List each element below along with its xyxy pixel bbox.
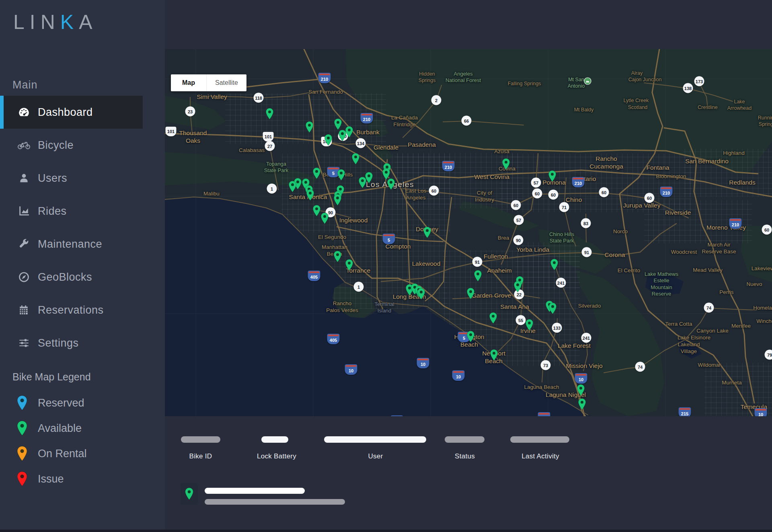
map-pin-icon [16,395,28,411]
sidebar-item-label: Maintenance [38,238,102,251]
map-canvas[interactable]: Map Satellite Simi ValleyThousand OaksSa… [165,49,772,416]
route-shield-71: 71 [559,202,569,212]
route-shield-83: 83 [581,218,591,228]
column-header-lock-battery: Lock Battery [257,452,296,460]
compass-icon [14,272,33,283]
area-chart-icon [14,206,33,216]
sidebar-item-rides[interactable]: Rides [0,195,165,228]
bike-marker-available[interactable] [525,319,534,331]
column-header-bike-id: Bike ID [189,452,212,460]
route-shield-73: 73 [541,360,551,370]
sidebar-item-geoblocks[interactable]: GeoBlocks [0,261,165,294]
route-shield-405: 405 [327,334,340,344]
row-placeholder-bar [205,499,345,505]
legend-item-label: Reserved [38,396,84,409]
route-shield-60: 60 [429,186,439,196]
legend-item-issue: Issue [0,466,165,491]
route-shield-210: 210 [442,161,455,171]
bike-marker-available[interactable] [334,118,342,130]
route-shield-66: 66 [462,116,472,126]
route-shield-74: 74 [704,303,714,313]
sidebar-item-reservations[interactable]: Reservations [0,294,165,327]
legend-item-on-rental: On Rental [0,441,165,466]
route-shield-2: 2 [431,95,441,105]
bike-marker-available[interactable] [417,288,425,300]
bike-marker-available[interactable] [513,281,522,293]
mountain-poi-icon [584,77,591,85]
bike-marker-available[interactable] [489,312,497,324]
column-placeholder-pill [445,436,485,443]
bike-marker-available[interactable] [466,288,475,300]
sidebar-item-label: Reservations [38,304,104,316]
map-view-button[interactable]: Map [171,74,206,91]
bike-marker-available[interactable] [578,398,586,410]
bike-marker-available[interactable] [490,349,498,361]
sidebar-item-users[interactable]: Users [0,162,165,195]
route-shield-1: 1 [267,184,277,194]
bike-marker-available[interactable] [351,153,360,165]
route-shield-10: 10 [345,364,357,375]
sidebar-item-bicycle[interactable]: Bicycle [0,129,165,162]
bike-marker-available[interactable] [345,259,353,271]
sidebar-item-settings[interactable]: Settings [0,327,165,359]
column-header-user: User [368,452,383,460]
legend-item-label: On Rental [38,447,87,460]
bike-marker-available[interactable] [548,302,557,314]
sidebar-item-label: Rides [38,205,67,218]
route-shield-60: 60 [762,225,772,235]
bike-marker-available[interactable] [337,169,345,181]
route-shield-118: 118 [254,93,264,103]
route-shield-138: 138 [683,83,693,93]
sliders-icon [14,338,33,349]
sidebar-item-maintenance[interactable]: Maintenance [0,228,165,261]
route-shield-57: 57 [514,215,524,225]
bike-marker-available[interactable] [312,205,321,217]
bike-marker-available[interactable] [502,158,510,170]
legend-item-label: Available [38,422,82,434]
bike-map-legend-title: Bike Map Legend [12,371,91,383]
route-shield-91: 91 [472,257,482,267]
bike-marker-available[interactable] [333,251,342,263]
bike-marker-available[interactable] [423,226,431,238]
route-shield-60: 60 [511,200,521,210]
bike-marker-available[interactable] [288,181,297,193]
bike-marker-available[interactable] [320,212,329,224]
route-shield-27: 27 [265,141,275,151]
bike-marker-available[interactable] [474,270,482,282]
bike-marker-available[interactable] [312,167,321,179]
row-placeholder-bar [205,488,305,494]
map-type-control: Map Satellite [171,74,246,91]
route-shield-101: 101 [166,127,177,136]
bike-marker-available[interactable] [466,331,475,343]
route-shield-60: 60 [599,187,609,197]
bike-marker-available[interactable] [577,384,585,396]
bike-marker-available[interactable] [305,121,314,133]
route-shield-405: 405 [391,415,403,416]
bike-marker-available[interactable] [550,259,558,271]
bike-marker-available[interactable] [338,129,347,142]
bike-marker-available[interactable] [306,189,314,201]
route-shield-60: 60 [645,193,655,203]
sidebar-item-label: Settings [38,337,79,349]
route-shield-74: 74 [635,362,645,372]
route-shield-134: 134 [356,138,366,148]
route-shield-10: 10 [417,358,429,368]
bike-marker-available[interactable] [265,108,274,120]
bike-marker-available[interactable] [358,177,367,189]
sidebar-item-label: Bicycle [38,139,74,152]
bike-marker-available[interactable] [387,178,395,190]
bike-marker-available[interactable] [324,134,333,146]
satellite-view-button[interactable]: Satellite [206,74,246,91]
bike-marker-available[interactable] [548,170,556,182]
sidebar-item-dashboard[interactable]: Dashboard [0,96,165,129]
bike-marker-available[interactable] [333,194,342,206]
route-shield-79: 79 [765,350,772,360]
route-shield-60: 60 [548,190,558,200]
route-shield-23: 23 [185,107,195,117]
route-shield-10: 10 [755,408,767,416]
bike-map-legend: ReservedAvailableOn RentalIssue [0,390,165,491]
route-shield-1: 1 [354,282,364,292]
route-shield-10: 10 [575,373,587,384]
route-shield-133: 133 [552,323,562,333]
route-shield-405: 405 [308,271,320,281]
